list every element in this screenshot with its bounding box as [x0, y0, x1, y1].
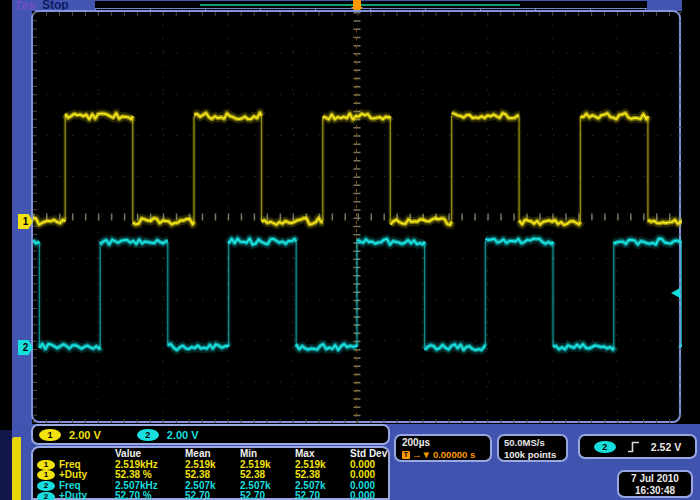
row-ch-badge: 1	[37, 470, 55, 480]
trigger-source-badge: 2	[594, 441, 616, 453]
delay-value: 0.00000 s	[433, 449, 475, 461]
col-header-max: Max	[295, 449, 350, 460]
row-ch-badge: 1	[37, 460, 55, 470]
record-length: 100k points	[504, 449, 561, 461]
trigger-level: 2.52 V	[651, 441, 681, 453]
oscilloscope-screen: Tek Stop T 1 2 1 2.00 V 2 2.00 V Value M…	[0, 0, 700, 500]
measurement-row: 2+Duty 52.70 %52.70 52.7052.70 0.000	[37, 491, 388, 500]
sample-rate: 50.0MS/s	[504, 437, 561, 449]
trigger-t-icon: T	[402, 451, 410, 459]
channel-scale-bar: 1 2.00 V 2 2.00 V	[31, 424, 390, 445]
timebase-scale: 200µs	[402, 437, 484, 449]
col-header-value: Value	[115, 449, 185, 460]
horizontal-position: T →▼ 0.00000 s	[402, 449, 484, 461]
datetime-box: 7 Jul 2010 16:30:48	[617, 470, 693, 498]
time-label: 16:30:48	[624, 485, 686, 497]
measurement-header-row: Value Mean Min Max Std Dev	[37, 449, 388, 460]
trigger-settings-box: 2 2.52 V	[578, 434, 697, 459]
row-ch-badge: 2	[37, 481, 55, 491]
ch2-scale: 2.00 V	[167, 429, 199, 441]
col-header-stddev: Std Dev	[350, 449, 388, 460]
col-header-min: Min	[240, 449, 295, 460]
trigger-level-arrow-icon[interactable]	[671, 288, 680, 298]
date-label: 7 Jul 2010	[624, 473, 686, 485]
horizontal-settings-box: 200µs T →▼ 0.00000 s	[394, 434, 492, 462]
measurement-row: 2Freq 2.507kHz2.507k 2.507k2.507k 0.000	[37, 481, 388, 492]
delay-arrows-icon: →▼	[412, 449, 431, 461]
ch1-badge[interactable]: 1	[39, 429, 61, 441]
acquisition-box: 50.0MS/s 100k points	[497, 434, 568, 462]
row-ch-badge: 2	[37, 492, 55, 500]
measurement-table: Value Mean Min Max Std Dev 1Freq 2.519kH…	[31, 446, 390, 500]
ch2-badge[interactable]: 2	[137, 429, 159, 441]
ch1-scale: 2.00 V	[69, 429, 101, 441]
rising-edge-icon	[627, 440, 640, 454]
measurement-row: 1Freq 2.519kHz2.519k 2.519k2.519k 0.000	[37, 460, 388, 471]
col-header-mean: Mean	[185, 449, 240, 460]
